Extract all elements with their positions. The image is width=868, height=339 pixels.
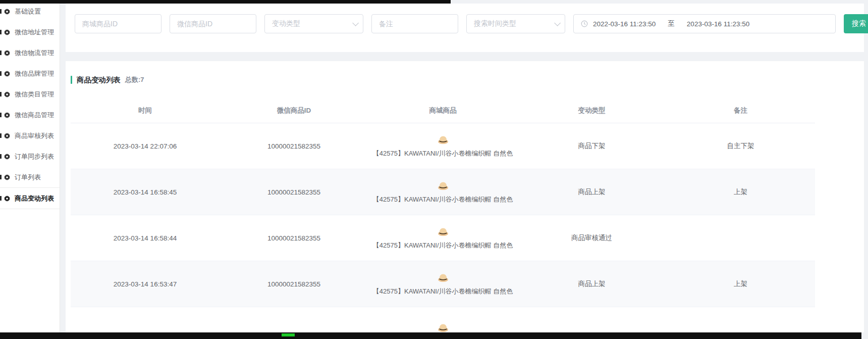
cell-change-type: 商品上架 xyxy=(517,169,666,215)
sidebar-item-order-sync-list[interactable]: 订单同步列表 xyxy=(0,146,60,167)
date-range-separator: 至 xyxy=(661,19,682,28)
sidebar-item-label: 基础设置 xyxy=(15,7,41,16)
sidebar-item-wechat-logistics-management[interactable]: 微信物流管理 xyxy=(0,42,60,63)
cell-mall-product: 【42575】KAWATANI/川谷小卷檐编织帽 自然色 xyxy=(368,169,517,215)
cell-time xyxy=(71,307,220,332)
column-header-time: 时间 xyxy=(71,99,220,123)
date-range-end: 2023-03-16 11:23:50 xyxy=(687,20,749,28)
sidebar: 基础设置 微信地址管理 微信物流管理 微信品牌管理 微信类目管理 微信商品管理 … xyxy=(0,0,60,339)
sidebar-item-wechat-address-management[interactable]: 微信地址管理 xyxy=(0,22,60,42)
sidebar-edge-mark xyxy=(0,51,2,55)
table-header-row: 时间 微信商品ID 商城商品 变动类型 备注 xyxy=(71,99,815,123)
chevron-down-icon xyxy=(352,20,359,26)
sidebar-edge-mark xyxy=(0,175,2,179)
column-header-mall-product: 商城商品 xyxy=(368,99,517,123)
sidebar-edge-mark xyxy=(0,154,2,159)
search-time-type-placeholder: 搜索时间类型 xyxy=(474,19,516,28)
cell-mall-product: 【42575】KAWATANI/川谷小卷檐编织帽 自然色 xyxy=(368,215,517,261)
sidebar-item-label: 微信类目管理 xyxy=(15,90,54,99)
product-change-table: 时间 微信商品ID 商城商品 变动类型 备注 2023-03-14 22:07:… xyxy=(71,99,815,332)
wechat-product-id-input[interactable] xyxy=(170,14,256,33)
sidebar-item-label: 商品审核列表 xyxy=(15,131,54,140)
cell-change-type: 商品上架 xyxy=(517,261,666,307)
table-row: 2023-03-14 16:58:45 10000021582355 【4257… xyxy=(71,169,815,215)
cell-wechat-product-id xyxy=(220,307,368,332)
sidebar-item-wechat-brand-management[interactable]: 微信品牌管理 xyxy=(0,63,60,84)
gear-icon xyxy=(4,91,10,98)
filter-panel: 变动类型 搜索时间类型 2022-03-16 11:23:50 至 2023-0… xyxy=(66,4,864,52)
cell-time: 2023-03-14 22:07:06 xyxy=(71,123,220,169)
top-letterbox-bar xyxy=(0,0,451,4)
table-row xyxy=(71,307,815,332)
title-accent-bar xyxy=(71,76,72,84)
product-hat-image xyxy=(437,322,449,332)
search-button[interactable]: 搜索 xyxy=(844,14,868,33)
cell-change-type: 商品下架 xyxy=(517,123,666,169)
column-header-change-type: 变动类型 xyxy=(517,99,666,123)
cell-wechat-product-id: 10000021582355 xyxy=(220,123,368,169)
sidebar-item-basic-settings[interactable]: 基础设置 xyxy=(0,1,60,22)
sidebar-item-label: 微信物流管理 xyxy=(15,49,54,58)
product-title: 【42575】KAWATANI/川谷小卷檐编织帽 自然色 xyxy=(373,196,513,204)
gear-icon xyxy=(4,154,10,160)
sidebar-edge-mark xyxy=(0,30,2,34)
cell-mall-product: 【42575】KAWATANI/川谷小卷檐编织帽 自然色 xyxy=(368,261,517,307)
panel-title: 商品变动列表 总数:7 xyxy=(66,61,864,86)
cell-remark xyxy=(666,215,815,261)
cell-remark: 上架 xyxy=(666,261,815,307)
sidebar-edge-mark xyxy=(0,196,2,201)
sidebar-edge-mark xyxy=(0,71,2,76)
gear-icon xyxy=(4,174,10,180)
sidebar-item-wechat-product-management[interactable]: 微信商品管理 xyxy=(0,105,60,125)
gear-icon xyxy=(4,196,10,202)
sidebar-edge-mark xyxy=(0,113,2,117)
sidebar-item-wechat-category-management[interactable]: 微信类目管理 xyxy=(0,84,60,105)
sidebar-item-product-review-list[interactable]: 商品审核列表 xyxy=(0,125,60,146)
sidebar-edge-mark xyxy=(0,9,2,14)
gear-icon xyxy=(4,133,10,139)
gear-icon xyxy=(4,71,10,77)
total-count: 总数:7 xyxy=(125,75,144,84)
cell-wechat-product-id: 10000021582355 xyxy=(220,169,368,215)
mall-product-id-input[interactable] xyxy=(75,14,161,33)
search-time-type-select[interactable]: 搜索时间类型 xyxy=(466,14,565,33)
gear-icon xyxy=(4,50,10,56)
change-type-select-placeholder: 变动类型 xyxy=(272,19,300,28)
column-header-remark: 备注 xyxy=(666,99,815,123)
cell-time: 2023-03-14 16:58:45 xyxy=(71,169,220,215)
cell-remark: 自主下架 xyxy=(666,123,815,169)
cell-remark xyxy=(666,307,815,332)
gear-icon xyxy=(4,9,10,15)
date-range-start: 2022-03-16 11:23:50 xyxy=(593,20,656,28)
progress-marker xyxy=(282,333,295,336)
sidebar-item-label: 微信商品管理 xyxy=(15,111,54,120)
cell-mall-product: 【42575】KAWATANI/川谷小卷檐编织帽 自然色 xyxy=(368,123,517,169)
table-row: 2023-03-14 16:53:47 10000021582355 【4257… xyxy=(71,261,815,307)
clock-icon xyxy=(581,20,588,27)
product-change-panel: 商品变动列表 总数:7 时间 微信商品ID 商城商品 变动类型 备注 2023-… xyxy=(66,61,864,332)
table-row: 2023-03-14 22:07:06 10000021582355 【4257… xyxy=(71,123,815,169)
table-row: 2023-03-14 16:58:44 10000021582355 【4257… xyxy=(71,215,815,261)
product-hat-image xyxy=(437,134,449,146)
product-title: 【42575】KAWATANI/川谷小卷檐编织帽 自然色 xyxy=(373,287,513,296)
sidebar-item-order-list[interactable]: 订单列表 xyxy=(0,167,60,187)
sidebar-item-product-change-list[interactable]: 商品变动列表 xyxy=(0,187,60,209)
sidebar-edge-mark xyxy=(0,92,2,96)
sidebar-edge-mark xyxy=(0,133,2,138)
product-title: 【42575】KAWATANI/川谷小卷檐编织帽 自然色 xyxy=(373,150,513,158)
cell-change-type xyxy=(517,307,666,332)
cell-time: 2023-03-14 16:53:47 xyxy=(71,261,220,307)
remark-input[interactable] xyxy=(371,14,458,33)
cell-wechat-product-id: 10000021582355 xyxy=(220,261,368,307)
gear-icon xyxy=(4,112,10,118)
date-range-picker[interactable]: 2022-03-16 11:23:50 至 2023-03-16 11:23:5… xyxy=(573,14,836,33)
cell-time: 2023-03-14 16:58:44 xyxy=(71,215,220,261)
product-hat-image xyxy=(437,180,449,192)
cell-remark: 上架 xyxy=(666,169,815,215)
change-type-select[interactable]: 变动类型 xyxy=(264,14,363,33)
column-header-wechat-product-id: 微信商品ID xyxy=(220,99,368,123)
cell-wechat-product-id: 10000021582355 xyxy=(220,215,368,261)
chevron-down-icon xyxy=(554,20,561,26)
product-hat-image xyxy=(437,272,449,284)
sidebar-item-label: 商品变动列表 xyxy=(15,194,54,203)
